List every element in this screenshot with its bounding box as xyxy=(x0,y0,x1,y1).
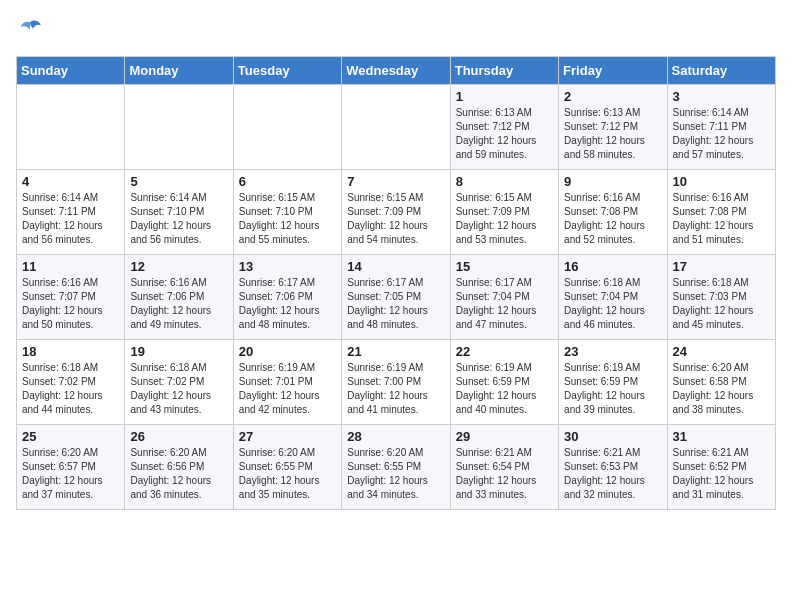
day-info: Sunrise: 6:20 AM Sunset: 6:57 PM Dayligh… xyxy=(22,446,119,502)
day-number: 3 xyxy=(673,89,770,104)
calendar-cell: 10Sunrise: 6:16 AM Sunset: 7:08 PM Dayli… xyxy=(667,170,775,255)
calendar-cell: 7Sunrise: 6:15 AM Sunset: 7:09 PM Daylig… xyxy=(342,170,450,255)
page-header xyxy=(16,16,776,44)
day-number: 9 xyxy=(564,174,661,189)
calendar-cell: 23Sunrise: 6:19 AM Sunset: 6:59 PM Dayli… xyxy=(559,340,667,425)
logo xyxy=(16,16,48,44)
calendar-cell: 20Sunrise: 6:19 AM Sunset: 7:01 PM Dayli… xyxy=(233,340,341,425)
day-number: 6 xyxy=(239,174,336,189)
day-number: 8 xyxy=(456,174,553,189)
calendar-cell: 8Sunrise: 6:15 AM Sunset: 7:09 PM Daylig… xyxy=(450,170,558,255)
day-info: Sunrise: 6:18 AM Sunset: 7:02 PM Dayligh… xyxy=(22,361,119,417)
day-number: 10 xyxy=(673,174,770,189)
day-info: Sunrise: 6:14 AM Sunset: 7:11 PM Dayligh… xyxy=(22,191,119,247)
calendar-cell: 14Sunrise: 6:17 AM Sunset: 7:05 PM Dayli… xyxy=(342,255,450,340)
calendar-week-row: 11Sunrise: 6:16 AM Sunset: 7:07 PM Dayli… xyxy=(17,255,776,340)
calendar-cell: 13Sunrise: 6:17 AM Sunset: 7:06 PM Dayli… xyxy=(233,255,341,340)
day-info: Sunrise: 6:20 AM Sunset: 6:55 PM Dayligh… xyxy=(347,446,444,502)
calendar-cell: 27Sunrise: 6:20 AM Sunset: 6:55 PM Dayli… xyxy=(233,425,341,510)
day-number: 16 xyxy=(564,259,661,274)
day-of-week-header: Saturday xyxy=(667,57,775,85)
calendar-table: SundayMondayTuesdayWednesdayThursdayFrid… xyxy=(16,56,776,510)
calendar-cell: 30Sunrise: 6:21 AM Sunset: 6:53 PM Dayli… xyxy=(559,425,667,510)
day-of-week-header: Sunday xyxy=(17,57,125,85)
calendar-cell: 26Sunrise: 6:20 AM Sunset: 6:56 PM Dayli… xyxy=(125,425,233,510)
calendar-cell: 31Sunrise: 6:21 AM Sunset: 6:52 PM Dayli… xyxy=(667,425,775,510)
day-number: 7 xyxy=(347,174,444,189)
day-info: Sunrise: 6:20 AM Sunset: 6:58 PM Dayligh… xyxy=(673,361,770,417)
day-number: 4 xyxy=(22,174,119,189)
calendar-cell: 18Sunrise: 6:18 AM Sunset: 7:02 PM Dayli… xyxy=(17,340,125,425)
day-info: Sunrise: 6:19 AM Sunset: 7:01 PM Dayligh… xyxy=(239,361,336,417)
day-info: Sunrise: 6:21 AM Sunset: 6:52 PM Dayligh… xyxy=(673,446,770,502)
calendar-cell: 21Sunrise: 6:19 AM Sunset: 7:00 PM Dayli… xyxy=(342,340,450,425)
day-number: 11 xyxy=(22,259,119,274)
day-info: Sunrise: 6:16 AM Sunset: 7:06 PM Dayligh… xyxy=(130,276,227,332)
day-of-week-header: Friday xyxy=(559,57,667,85)
day-info: Sunrise: 6:16 AM Sunset: 7:08 PM Dayligh… xyxy=(673,191,770,247)
calendar-cell xyxy=(17,85,125,170)
calendar-cell: 29Sunrise: 6:21 AM Sunset: 6:54 PM Dayli… xyxy=(450,425,558,510)
calendar-cell: 25Sunrise: 6:20 AM Sunset: 6:57 PM Dayli… xyxy=(17,425,125,510)
day-info: Sunrise: 6:18 AM Sunset: 7:04 PM Dayligh… xyxy=(564,276,661,332)
day-info: Sunrise: 6:17 AM Sunset: 7:06 PM Dayligh… xyxy=(239,276,336,332)
calendar-cell: 12Sunrise: 6:16 AM Sunset: 7:06 PM Dayli… xyxy=(125,255,233,340)
calendar-week-row: 18Sunrise: 6:18 AM Sunset: 7:02 PM Dayli… xyxy=(17,340,776,425)
day-number: 2 xyxy=(564,89,661,104)
calendar-cell: 19Sunrise: 6:18 AM Sunset: 7:02 PM Dayli… xyxy=(125,340,233,425)
day-info: Sunrise: 6:19 AM Sunset: 7:00 PM Dayligh… xyxy=(347,361,444,417)
day-number: 29 xyxy=(456,429,553,444)
calendar-week-row: 25Sunrise: 6:20 AM Sunset: 6:57 PM Dayli… xyxy=(17,425,776,510)
day-number: 23 xyxy=(564,344,661,359)
day-of-week-header: Tuesday xyxy=(233,57,341,85)
day-number: 21 xyxy=(347,344,444,359)
calendar-cell: 2Sunrise: 6:13 AM Sunset: 7:12 PM Daylig… xyxy=(559,85,667,170)
day-info: Sunrise: 6:15 AM Sunset: 7:09 PM Dayligh… xyxy=(347,191,444,247)
day-info: Sunrise: 6:14 AM Sunset: 7:10 PM Dayligh… xyxy=(130,191,227,247)
calendar-week-row: 4Sunrise: 6:14 AM Sunset: 7:11 PM Daylig… xyxy=(17,170,776,255)
calendar-cell: 5Sunrise: 6:14 AM Sunset: 7:10 PM Daylig… xyxy=(125,170,233,255)
day-info: Sunrise: 6:17 AM Sunset: 7:05 PM Dayligh… xyxy=(347,276,444,332)
day-number: 28 xyxy=(347,429,444,444)
calendar-cell: 4Sunrise: 6:14 AM Sunset: 7:11 PM Daylig… xyxy=(17,170,125,255)
day-info: Sunrise: 6:15 AM Sunset: 7:10 PM Dayligh… xyxy=(239,191,336,247)
day-info: Sunrise: 6:13 AM Sunset: 7:12 PM Dayligh… xyxy=(456,106,553,162)
calendar-header-row: SundayMondayTuesdayWednesdayThursdayFrid… xyxy=(17,57,776,85)
calendar-cell: 11Sunrise: 6:16 AM Sunset: 7:07 PM Dayli… xyxy=(17,255,125,340)
calendar-cell: 28Sunrise: 6:20 AM Sunset: 6:55 PM Dayli… xyxy=(342,425,450,510)
calendar-cell: 24Sunrise: 6:20 AM Sunset: 6:58 PM Dayli… xyxy=(667,340,775,425)
day-number: 30 xyxy=(564,429,661,444)
day-number: 18 xyxy=(22,344,119,359)
day-number: 27 xyxy=(239,429,336,444)
calendar-cell: 9Sunrise: 6:16 AM Sunset: 7:08 PM Daylig… xyxy=(559,170,667,255)
day-number: 1 xyxy=(456,89,553,104)
day-number: 20 xyxy=(239,344,336,359)
day-number: 13 xyxy=(239,259,336,274)
calendar-cell: 3Sunrise: 6:14 AM Sunset: 7:11 PM Daylig… xyxy=(667,85,775,170)
logo-icon xyxy=(16,16,44,44)
day-info: Sunrise: 6:19 AM Sunset: 6:59 PM Dayligh… xyxy=(456,361,553,417)
day-number: 22 xyxy=(456,344,553,359)
calendar-cell: 22Sunrise: 6:19 AM Sunset: 6:59 PM Dayli… xyxy=(450,340,558,425)
day-info: Sunrise: 6:17 AM Sunset: 7:04 PM Dayligh… xyxy=(456,276,553,332)
day-of-week-header: Monday xyxy=(125,57,233,85)
calendar-cell: 1Sunrise: 6:13 AM Sunset: 7:12 PM Daylig… xyxy=(450,85,558,170)
day-of-week-header: Thursday xyxy=(450,57,558,85)
day-number: 17 xyxy=(673,259,770,274)
calendar-week-row: 1Sunrise: 6:13 AM Sunset: 7:12 PM Daylig… xyxy=(17,85,776,170)
day-info: Sunrise: 6:20 AM Sunset: 6:55 PM Dayligh… xyxy=(239,446,336,502)
day-number: 15 xyxy=(456,259,553,274)
calendar-cell: 15Sunrise: 6:17 AM Sunset: 7:04 PM Dayli… xyxy=(450,255,558,340)
calendar-cell xyxy=(125,85,233,170)
day-info: Sunrise: 6:13 AM Sunset: 7:12 PM Dayligh… xyxy=(564,106,661,162)
day-number: 14 xyxy=(347,259,444,274)
day-of-week-header: Wednesday xyxy=(342,57,450,85)
calendar-cell: 17Sunrise: 6:18 AM Sunset: 7:03 PM Dayli… xyxy=(667,255,775,340)
day-info: Sunrise: 6:21 AM Sunset: 6:54 PM Dayligh… xyxy=(456,446,553,502)
calendar-cell xyxy=(342,85,450,170)
day-info: Sunrise: 6:14 AM Sunset: 7:11 PM Dayligh… xyxy=(673,106,770,162)
day-number: 26 xyxy=(130,429,227,444)
day-number: 25 xyxy=(22,429,119,444)
day-info: Sunrise: 6:19 AM Sunset: 6:59 PM Dayligh… xyxy=(564,361,661,417)
day-info: Sunrise: 6:16 AM Sunset: 7:08 PM Dayligh… xyxy=(564,191,661,247)
